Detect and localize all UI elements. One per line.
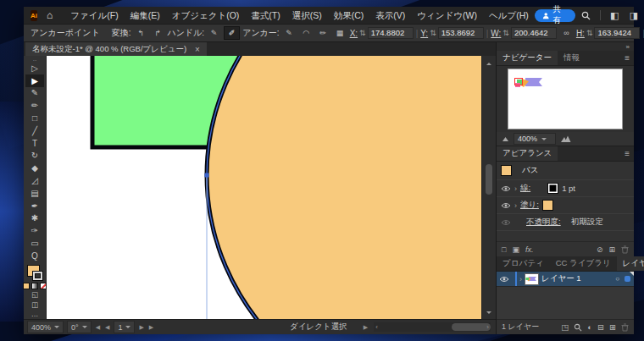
locate-object-icon[interactable] — [574, 323, 582, 332]
link-dimensions-icon[interactable]: ∞ — [559, 27, 574, 39]
visibility-eye-icon[interactable] — [501, 185, 511, 192]
remove-anchor-icon[interactable]: ✏ — [316, 27, 330, 39]
y-input[interactable]: 153.8692 — [438, 27, 484, 39]
more-tools-icon[interactable]: … — [25, 309, 44, 319]
menu-object[interactable]: オブジェクト(O) — [166, 7, 246, 24]
vertical-scroll-thumb[interactable] — [486, 164, 492, 195]
eyedropper-tool[interactable]: ✒ — [25, 200, 44, 212]
hand-tool[interactable]: ✑ — [25, 225, 44, 238]
home-icon[interactable]: ⌂ — [47, 10, 53, 20]
tab-appearance[interactable]: アピアランス — [497, 146, 558, 161]
stroke-label[interactable]: 線: — [520, 183, 530, 194]
illustrator-app-icon[interactable]: Ai — [31, 10, 37, 21]
tab-navigator[interactable]: ナビゲーター — [497, 51, 558, 65]
selection-tool[interactable]: ▷ — [25, 62, 44, 74]
panel-menu-icon[interactable]: ≡ — [620, 51, 634, 65]
scale-tool[interactable]: ◿ — [25, 175, 44, 188]
navigator-preview[interactable] — [508, 69, 623, 129]
layers-empty-area[interactable] — [497, 287, 634, 319]
add-anchor-icon[interactable]: ✎ — [282, 27, 297, 39]
fill-stroke-control[interactable] — [25, 265, 44, 281]
expand-icon[interactable]: › — [514, 184, 517, 193]
stroke-weight-value[interactable]: 1 pt — [562, 184, 575, 193]
rectangle-tool[interactable]: □ — [25, 113, 44, 125]
add-effect-icon[interactable]: fx. — [525, 245, 534, 254]
previous-artboard-icon[interactable]: ◀ — [104, 324, 110, 331]
delete-layer-icon[interactable] — [621, 323, 629, 332]
gradient-mode-icon[interactable] — [31, 283, 38, 289]
opacity-row[interactable]: 不透明度: 初期設定 — [497, 214, 634, 231]
blend-tool[interactable]: ✱ — [25, 212, 44, 225]
menu-type[interactable]: 書式(T) — [245, 7, 286, 24]
opacity-label[interactable]: 不透明度: — [526, 217, 561, 228]
menu-effect[interactable]: 効果(C) — [328, 7, 370, 24]
vertical-scrollbar[interactable] — [481, 56, 496, 319]
last-artboard-icon[interactable]: ▶ — [148, 324, 154, 331]
fill-color-swatch[interactable] — [542, 200, 553, 211]
menu-select[interactable]: 選択(S) — [286, 7, 328, 24]
document-tab[interactable]: 名称未設定-1* @ 400 % (RGB/プレビュー) × — [25, 42, 207, 56]
duplicate-item-icon[interactable]: ⊞ — [608, 245, 615, 254]
make-mask-icon[interactable]: ◐ — [587, 322, 592, 332]
scroll-up-icon[interactable] — [486, 60, 491, 65]
rotate-tool[interactable]: ↻ — [25, 150, 44, 162]
show-handles-icon[interactable]: ✎ — [207, 27, 221, 39]
type-tool[interactable]: T — [25, 137, 44, 150]
color-mode-icon[interactable] — [23, 283, 30, 289]
layer-selection-indicator[interactable] — [625, 276, 630, 282]
clear-appearance-icon[interactable]: ⊘ — [597, 245, 603, 254]
expand-icon[interactable]: › — [514, 201, 517, 210]
x-stepper[interactable]: ⇅ — [359, 29, 366, 37]
zoom-level-select[interactable]: 400% — [27, 321, 64, 333]
menu-window[interactable]: ウィンドウ(W) — [411, 7, 483, 24]
collect-for-export-icon[interactable]: ◳ — [561, 322, 569, 332]
first-artboard-icon[interactable]: ◀ — [95, 324, 101, 331]
visibility-eye-icon[interactable] — [501, 219, 511, 226]
search-icon[interactable] — [577, 11, 595, 20]
collapse-panels-icon[interactable]: » — [626, 43, 630, 51]
artboard-number-select[interactable]: 1 — [114, 321, 135, 333]
zoom-in-mountain-icon[interactable] — [560, 135, 571, 143]
rotation-select[interactable]: 0° — [67, 321, 92, 333]
y-stepper[interactable]: ⇅ — [430, 29, 436, 37]
tab-layers[interactable]: レイヤー — [617, 256, 644, 271]
close-tab-icon[interactable]: × — [195, 45, 200, 54]
line-segment-tool[interactable]: ╱ — [25, 124, 44, 137]
stroke-swatch[interactable] — [32, 271, 43, 281]
menu-help[interactable]: ヘルプ(H) — [483, 7, 535, 24]
layer-target-icon[interactable]: ○ — [615, 275, 619, 283]
w-label[interactable]: W: — [491, 29, 501, 38]
delete-item-icon[interactable] — [621, 245, 629, 254]
scroll-left-icon[interactable]: ‹ — [375, 323, 378, 331]
draw-mode-icon[interactable]: ◱ — [25, 289, 44, 300]
layer-name[interactable]: レイヤー 1 — [541, 273, 581, 284]
puppet-warp-icon[interactable]: ▦ — [333, 27, 347, 39]
fill-label[interactable]: 塗り: — [520, 200, 539, 211]
eraser-tool[interactable]: ◆ — [25, 162, 44, 175]
appearance-item-row[interactable]: パス — [497, 162, 634, 180]
menu-file[interactable]: ファイル(F) — [64, 7, 124, 24]
layer-thumbnail[interactable] — [525, 273, 539, 285]
h-stepper[interactable]: ⇅ — [586, 29, 593, 37]
scroll-down-icon[interactable] — [486, 311, 491, 316]
new-layer-icon[interactable]: ⊞ — [609, 322, 616, 332]
stroke-color-swatch[interactable] — [547, 183, 558, 194]
layer-row[interactable]: › レイヤー 1 ○ — [497, 272, 634, 287]
anchor-point-handle[interactable] — [205, 173, 209, 178]
h-label[interactable]: H: — [576, 29, 585, 38]
artboard-tool[interactable]: ▭ — [25, 238, 44, 250]
layer-visibility-eye-icon[interactable] — [499, 276, 509, 283]
navigator-zoom-input[interactable]: 400% — [514, 133, 556, 145]
menu-view[interactable]: 表示(V) — [369, 7, 411, 24]
arrange-documents-icon[interactable]: ◧ — [606, 10, 624, 21]
stroke-row[interactable]: › 線: 1 pt — [497, 180, 634, 197]
workspace-switcher-icon[interactable]: ◨ — [625, 10, 642, 21]
paintbrush-tool[interactable]: ✏ — [25, 100, 44, 113]
status-play-icon[interactable]: ▶ — [363, 324, 369, 331]
y-label[interactable]: Y: — [420, 29, 428, 38]
zoom-out-mountain-icon[interactable] — [502, 135, 509, 142]
horizontal-scrollbar[interactable]: ‹ › — [374, 322, 491, 332]
w-input[interactable]: 200.4642 — [511, 27, 557, 39]
visibility-eye-icon[interactable] — [501, 202, 511, 209]
horizontal-scroll-thumb[interactable] — [452, 323, 491, 331]
